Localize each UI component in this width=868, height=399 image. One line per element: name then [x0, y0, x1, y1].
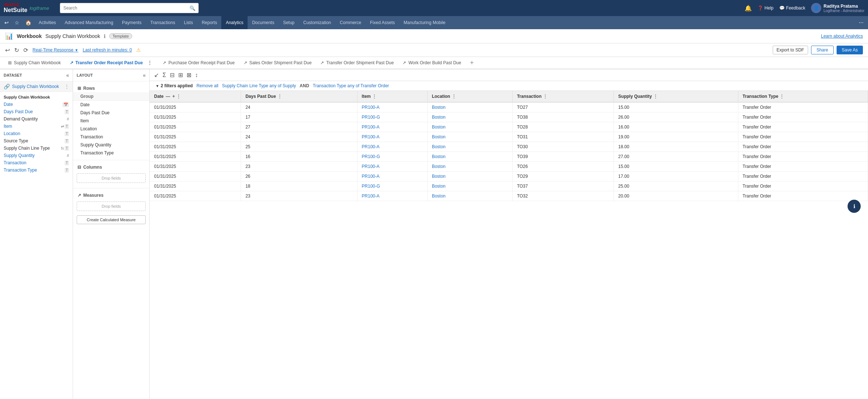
cell-item-3[interactable]: PR100-A — [357, 132, 427, 142]
remove-all-filters-btn[interactable]: Remove all — [196, 83, 218, 88]
transaction-col-menu[interactable]: ⋮ — [543, 94, 547, 99]
export-sdf-button[interactable]: Export to SDF — [773, 46, 808, 54]
cell-location-3[interactable]: Boston — [427, 132, 512, 142]
field-demand-quantity[interactable]: Demand Quantity # — [0, 115, 73, 123]
date-minus-btn[interactable]: — — [166, 94, 170, 99]
user-info[interactable]: 👤 Raditya Pratama Logiframe - Administra… — [811, 3, 864, 13]
layout-row-supply-quantity[interactable]: Supply Quantity — [73, 141, 149, 149]
redo-icon[interactable]: ↻ — [14, 47, 19, 54]
nav-commerce[interactable]: Commerce — [336, 16, 366, 29]
nav-documents[interactable]: Documents — [248, 16, 279, 29]
filter-2[interactable]: Transaction Type any of Transfer Order — [313, 83, 389, 88]
nav-manufacturing-mobile[interactable]: Manufacturing Mobile — [399, 16, 450, 29]
cell-location-9[interactable]: Boston — [427, 191, 512, 201]
cell-item-1[interactable]: PR100-G — [357, 112, 427, 122]
nav-advanced-manufacturing[interactable]: Advanced Manufacturing — [60, 16, 118, 29]
info-icon[interactable]: ℹ — [104, 33, 106, 39]
cell-item-6[interactable]: PR100-A — [357, 162, 427, 172]
layout-row-days-past-due[interactable]: Days Past Due — [73, 109, 149, 117]
dataset-source-title[interactable]: 🔗 Supply Chain Workbook ⋮ — [0, 81, 73, 92]
filter-1[interactable]: Supply Chain Line Type any of Supply — [222, 83, 296, 88]
layout-row-location[interactable]: Location — [73, 125, 149, 133]
nav-payments[interactable]: Payments — [118, 16, 146, 29]
cell-location-7[interactable]: Boston — [427, 172, 512, 181]
nav-home-icon[interactable]: 🏠 — [22, 20, 34, 26]
item-col-menu[interactable]: ⋮ — [372, 94, 376, 99]
cell-item-5[interactable]: PR100-G — [357, 152, 427, 162]
nav-star-icon[interactable]: ☆ — [12, 20, 22, 26]
tab-transfer-order-shipment[interactable]: ↗ Transfer Order Shipment Past Due — [316, 57, 398, 69]
days-col-menu[interactable]: ⋮ — [278, 94, 282, 99]
field-source-type[interactable]: Source Type T — [0, 137, 73, 145]
tab-more-btn-1[interactable]: ⋮ — [146, 60, 154, 66]
cell-location-8[interactable]: Boston — [427, 181, 512, 191]
field-transaction-type[interactable]: Transaction Type T — [0, 166, 73, 174]
field-supply-chain-line-type[interactable]: Supply Chain Line Type fx T — [0, 145, 73, 152]
search-bar[interactable]: 🔍 — [60, 3, 199, 13]
nav-reports[interactable]: Reports — [197, 16, 221, 29]
nav-more-icon[interactable]: ··· — [856, 19, 867, 26]
nav-customization[interactable]: Customization — [299, 16, 336, 29]
cell-location-1[interactable]: Boston — [427, 112, 512, 122]
dataset-collapse-btn[interactable]: « — [66, 72, 69, 78]
field-days-past-due[interactable]: Days Past Due T — [0, 108, 73, 115]
field-transaction[interactable]: Transaction T — [0, 159, 73, 166]
location-col-menu[interactable]: ⋮ — [452, 94, 456, 99]
undo-icon[interactable]: ↩ — [5, 47, 10, 54]
nav-fixed-assets[interactable]: Fixed Assets — [366, 16, 399, 29]
cell-location-2[interactable]: Boston — [427, 122, 512, 132]
feedback-button[interactable]: 💬 Feedback — [779, 5, 805, 11]
layout-row-transaction[interactable]: Transaction — [73, 133, 149, 141]
create-calculated-measure-button[interactable]: Create Calculated Measure — [77, 215, 146, 224]
cell-item-8[interactable]: PR100-G — [357, 181, 427, 191]
save-as-button[interactable]: Save As — [837, 46, 863, 54]
chevron-down-icon[interactable]: ▼ — [156, 84, 159, 88]
layout-row-transaction-type[interactable]: Transaction Type — [73, 149, 149, 157]
cell-item-2[interactable]: PR100-A — [357, 122, 427, 132]
tab-work-order-build[interactable]: ↗ Work Order Build Past Due — [398, 57, 466, 69]
dataset-kebab-menu[interactable]: ⋮ — [65, 84, 69, 89]
tool-group-icon[interactable]: ⊠ — [187, 72, 191, 78]
info-bubble[interactable]: ℹ — [848, 200, 861, 213]
tool-arrow-icon[interactable]: ↙ — [154, 72, 159, 78]
cell-location-4[interactable]: Boston — [427, 142, 512, 152]
notifications-icon[interactable]: 🔔 — [745, 5, 752, 12]
layout-row-item[interactable]: Item — [73, 117, 149, 125]
nav-lists[interactable]: Lists — [180, 16, 198, 29]
field-location[interactable]: Location T — [0, 130, 73, 137]
tool-expand-icon[interactable]: ↕ — [195, 72, 198, 78]
search-input[interactable] — [63, 5, 190, 11]
cell-item-9[interactable]: PR100-A — [357, 191, 427, 201]
nav-transactions[interactable]: Transactions — [146, 16, 179, 29]
help-button[interactable]: ❓ Help — [758, 5, 773, 11]
tool-sigma-icon[interactable]: Σ — [162, 72, 166, 78]
field-supply-quantity[interactable]: Supply Quantity # — [0, 152, 73, 159]
nav-activities[interactable]: Activities — [34, 16, 60, 29]
tab-supply-chain-workbook[interactable]: ⊞ Supply Chain Workbook — [4, 57, 65, 69]
cell-item-0[interactable]: PR100-A — [357, 102, 427, 112]
tab-transfer-order-receipt[interactable]: ↗ Transfer Order Receipt Past Due ⋮ — [65, 57, 158, 69]
refresh-icon[interactable]: ⟳ — [23, 47, 28, 54]
cell-item-4[interactable]: PR100-A — [357, 142, 427, 152]
layout-row-date[interactable]: Date — [73, 101, 149, 109]
date-col-menu[interactable]: ⋮ — [176, 94, 181, 99]
learn-analytics-link[interactable]: Learn about Analytics — [821, 34, 863, 39]
tool-sort-icon[interactable]: ⊞ — [178, 72, 183, 78]
measures-drop-zone[interactable]: Drop fields — [77, 202, 146, 211]
field-item[interactable]: Item ⇄ T — [0, 123, 73, 130]
tx-type-col-menu[interactable]: ⋮ — [780, 94, 784, 99]
add-tab-button[interactable]: + — [467, 59, 477, 67]
cell-location-6[interactable]: Boston — [427, 162, 512, 172]
cell-location-5[interactable]: Boston — [427, 152, 512, 162]
nav-setup[interactable]: Setup — [279, 16, 299, 29]
layout-collapse-btn[interactable]: « — [143, 72, 146, 78]
nav-analytics[interactable]: Analytics — [221, 16, 248, 29]
last-refresh-info[interactable]: Last refresh in minutes: 0 — [83, 47, 132, 53]
tool-filter-icon[interactable]: ⊟ — [170, 72, 175, 78]
cell-location-0[interactable]: Boston — [427, 102, 512, 112]
date-plus-btn[interactable]: + — [172, 94, 175, 99]
field-date[interactable]: Date 📅 — [0, 101, 73, 108]
tab-sales-order-shipment[interactable]: ↗ Sales Order Shipment Past Due — [239, 57, 316, 69]
refresh-mode-btn[interactable]: Real-Time Response ▼ — [32, 47, 79, 53]
tab-purchase-order-receipt[interactable]: ↗ Purchase Order Receipt Past Due — [158, 57, 239, 69]
